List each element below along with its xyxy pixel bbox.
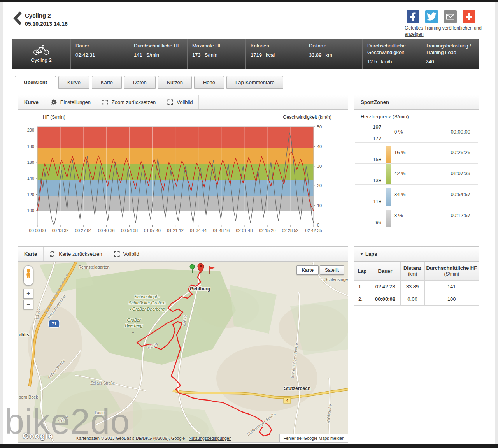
metric-value: 33.89km [309,52,358,59]
curve-chart-area: HF (S/min) Geschwindigkeit (km/h) 100120… [18,110,348,239]
button-label: Karte zurücksetzen [59,251,102,257]
report-map-error-link[interactable]: Fehler bei Google Maps melden [279,434,348,442]
summary-bar: Cycling 2 Dauer02:42:31Durchschnittliche… [12,39,479,69]
vollbild-button[interactable]: Vollbild [161,95,198,109]
svg-text:02:42:35: 02:42:35 [305,228,322,233]
share-plus-icon[interactable] [463,10,475,23]
collapse-icon[interactable]: ▾ [361,252,363,256]
tab-kurve[interactable]: Kurve [58,76,89,89]
svg-text:20: 20 [317,183,322,188]
metric-unit: kcal [266,52,275,58]
metric-label: Durchschnittliche HF [134,43,182,49]
metric-value: 1719kcal [251,52,299,59]
sportzone-row: 998 %00:12:57 [355,206,478,227]
zone-time: 00:54:57 [451,191,470,197]
facebook-icon[interactable] [407,10,419,23]
lap-number: 2. [354,293,370,306]
tab-lap-kommentare[interactable]: Lap-Kommentare [226,76,283,89]
summary-metric-durchschnittliche-hf: Durchschnittliche HF141S/min [129,39,187,69]
button-label: Vollbild [177,99,193,105]
svg-text:10: 10 [317,203,322,208]
map[interactable]: 714RennsteiggartenSchleusingeGehlbergSch… [18,262,348,442]
karte-zurücksetzen-button[interactable]: Karte zurücksetzen [44,247,108,261]
svg-text:160: 160 [27,160,34,165]
svg-text:40: 40 [317,144,322,149]
map-type-satellit[interactable]: Satellit [320,265,344,275]
svg-text:180: 180 [27,144,34,149]
back-chevron-icon [13,11,22,26]
metric-value: 173S/min [192,52,241,59]
map-label: Beerberg [125,323,143,328]
button-label: Einstellungen [60,99,91,105]
page-title: Cycling 2 [25,12,68,19]
map-panel: KarteKarte zurücksetzenVollbild 714Renns… [18,246,348,443]
tab-nutzen[interactable]: Nutzen [158,76,192,89]
tab-bar: ÜbersichtKurveKarteDatenNutzenHöheLap-Ko… [15,76,283,89]
button-label: Vollbild [123,251,139,257]
email-icon[interactable] [444,10,457,23]
map-label: ehlis [19,332,30,337]
summary-metric-trainingsbelastung-training-load: Trainingsbelastung / Training Load240 [421,39,479,69]
left-margin [0,2,3,444]
svg-text:200: 200 [27,128,34,132]
curve-chart[interactable]: 1001201401601802000102030405000:00:0000:… [18,121,348,238]
metric-unit: S/min [205,52,217,58]
street-view-pegman[interactable] [23,265,33,286]
zoom-in-button[interactable]: + [23,289,33,299]
map-type-switcher: KarteSatellit [296,265,344,275]
right-axis-title: Geschwindigkeit (km/h) [283,114,331,120]
curve-toolbar: KurveEinstellungenZoom zurücksetzenVollb… [18,95,348,110]
metric-unit: km [326,52,332,58]
laps-col-dauer: Dauer [370,262,400,281]
tab-karte[interactable]: Karte [92,76,122,89]
lap-distance: 33.89 [400,281,424,293]
svg-text:4: 4 [286,399,288,403]
map-label: Stützerbach [284,386,311,391]
map-canvas[interactable]: 714RennsteiggartenSchleusingeGehlbergSch… [18,262,348,442]
summary-metric-maximale-hf: Maximale HF173S/min [187,39,245,69]
road-number-badge: 4 [284,398,291,403]
map-label: Großer [127,318,141,322]
button-label: Zoom zurücksetzen [112,99,156,105]
zoom-zurücksetzen-button[interactable]: Zoom zurücksetzen [96,95,161,109]
laps-col-durchschnittliche-hf: Durchschnittliche HF(S/min) [424,262,479,281]
zoom-control: + − [23,289,33,309]
svg-text:120: 120 [27,192,34,197]
gear-icon [51,99,57,105]
lap-distance: 0.00 [400,293,424,306]
metric-label: Durchschnittliche Geschwindigkeit [367,43,416,56]
map-label: ▲ [132,330,135,334]
map-toolbar-title: Karte [18,247,44,261]
tab-höhe[interactable]: Höhe [194,76,224,89]
sportzones-header: SportZonen [354,95,479,110]
sportzones-title: SportZonen [361,99,389,105]
twitter-icon[interactable] [425,10,438,23]
tab-übersicht[interactable]: Übersicht [15,76,56,89]
zone-bar [386,164,391,184]
share-training-link[interactable]: Geteiltes Training veröffentlichen und a… [405,25,487,37]
map-type-karte[interactable]: Karte [296,265,319,275]
lap-row[interactable]: 2.00:00:080.00100 [354,293,479,306]
terms-link[interactable]: Nutzungsbedingungen [189,436,231,441]
metric-label: Distanz [309,43,358,49]
einstellungen-button[interactable]: Einstellungen [45,95,96,109]
svg-text:71: 71 [52,322,56,326]
curve-panel: KurveEinstellungenZoom zurücksetzenVollb… [18,95,348,239]
laps-col-lap: Lap [354,262,370,281]
vollbild-button[interactable]: Vollbild [108,247,145,261]
lap-row[interactable]: 1.02:42:2333.89141 [354,281,479,293]
left-axis-title: HF (S/min) [43,114,65,120]
summary-metric-durchschnittliche-geschwindigkeit: Durchschnittliche Geschwindigkeit12.5km/… [362,39,421,69]
back-button[interactable] [13,11,22,27]
metric-value: 240 [426,59,474,65]
zone-percent: 34 % [394,191,406,197]
sportzone-row: 13842 %01:07:39 [355,164,478,185]
title-block: Cycling 2 05.10.2013 14:16 [25,12,68,27]
tab-daten[interactable]: Daten [124,76,156,89]
zone-lower-bound: 158 [363,156,381,162]
map-attribution: Kartendaten © 2013 GeoBasis-DE/BKG (©200… [76,436,231,441]
zoom-out-button[interactable]: − [23,300,33,309]
map-label: Gehlberg [190,286,210,292]
zone-percent: 8 % [394,213,403,218]
bottom-strip [0,444,498,448]
